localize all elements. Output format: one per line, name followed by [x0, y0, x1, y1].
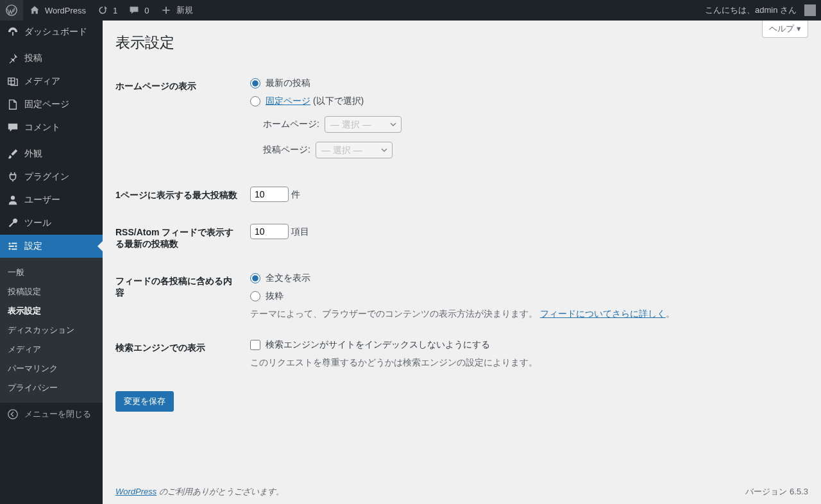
- submenu-privacy[interactable]: プライバシー: [0, 378, 103, 398]
- sidebar-item-plugins[interactable]: プラグイン: [0, 165, 103, 189]
- updates[interactable]: 1: [91, 0, 123, 21]
- radio-static-page-label[interactable]: 固定ページ (以下で選択): [266, 96, 364, 107]
- radio-static-page[interactable]: [250, 96, 260, 106]
- wordpress-icon: [5, 4, 18, 17]
- new-content[interactable]: 新規: [155, 0, 198, 21]
- radio-latest-posts[interactable]: [250, 78, 260, 88]
- svg-rect-5: [12, 249, 17, 250]
- rss-items-label: RSS/Atom フィードで表示する最新の投稿数: [115, 214, 244, 263]
- submenu-permalink[interactable]: パーマリンク: [0, 359, 103, 378]
- site-name[interactable]: WordPress: [23, 0, 91, 21]
- media-icon: [6, 75, 19, 88]
- plugin-icon: [6, 171, 19, 183]
- submenu-general[interactable]: 一般: [0, 263, 103, 282]
- home-icon: [28, 4, 41, 17]
- help-button[interactable]: ヘルプ ▾: [762, 21, 808, 38]
- sidebar-item-label: 固定ページ: [24, 99, 69, 110]
- homepage-select[interactable]: — 選択 —: [325, 116, 402, 133]
- svg-point-1: [11, 196, 15, 199]
- page-icon: [6, 98, 19, 111]
- collapse-menu[interactable]: メニューを閉じる: [0, 403, 103, 426]
- sidebar-item-appearance[interactable]: 外観: [0, 142, 103, 165]
- posts-per-page-unit: 件: [291, 189, 300, 199]
- radio-latest-posts-label[interactable]: 最新の投稿: [266, 78, 310, 89]
- comment-icon: [6, 121, 19, 134]
- rss-items-unit: 項目: [291, 226, 309, 237]
- dashboard-icon: [6, 26, 19, 38]
- rss-items-input[interactable]: [250, 224, 289, 239]
- radio-excerpt-label[interactable]: 抜粋: [266, 290, 284, 302]
- sidebar-item-comments[interactable]: コメント: [0, 116, 103, 139]
- homepage-select-label: ホームページ:: [263, 119, 319, 130]
- sidebar-item-tools[interactable]: ツール: [0, 212, 103, 235]
- brush-icon: [6, 147, 19, 160]
- sidebar-item-dashboard[interactable]: ダッシュボード: [0, 21, 103, 44]
- refresh-icon: [96, 4, 109, 17]
- svg-point-8: [8, 410, 17, 419]
- svg-rect-3: [12, 243, 17, 244]
- feed-description: テーマによって、ブラウザーでのコンテンツの表示方法が決まります。 フィードについ…: [250, 308, 802, 320]
- footer-thanks: WordPress のご利用ありがとうございます。: [115, 486, 284, 498]
- sidebar-item-pages[interactable]: 固定ページ: [0, 93, 103, 116]
- radio-full-text[interactable]: [250, 273, 260, 283]
- settings-icon: [6, 240, 19, 253]
- sidebar-item-label: プラグイン: [24, 171, 69, 183]
- radio-excerpt[interactable]: [250, 291, 260, 301]
- sidebar-item-label: メディア: [24, 76, 60, 87]
- svg-rect-6: [15, 246, 17, 248]
- sidebar-item-label: ダッシュボード: [24, 26, 87, 38]
- user-icon: [6, 194, 19, 206]
- search-visibility-desc: このリクエストを尊重するかどうかは検索エンジンの設定によります。: [250, 357, 802, 369]
- search-visibility-label: 検索エンジンでの表示: [115, 330, 244, 378]
- search-visibility-checkbox-label[interactable]: 検索エンジンがサイトをインデックスしないようにする: [266, 339, 490, 351]
- svg-rect-2: [9, 243, 11, 245]
- sidebar-item-label: ユーザー: [24, 194, 60, 206]
- updates-count: 1: [113, 6, 117, 15]
- posts-page-select-label: 投稿ページ:: [263, 144, 310, 156]
- sidebar-item-label: 設定: [24, 240, 42, 252]
- posts-per-page-label: 1ページに表示する最大投稿数: [115, 177, 244, 214]
- sidebar-item-posts[interactable]: 投稿: [0, 47, 103, 70]
- sidebar-item-settings[interactable]: 設定: [0, 235, 103, 258]
- homepage-display-label: ホームページの表示: [115, 68, 244, 177]
- greeting: こんにちは、admin さん: [705, 4, 797, 16]
- pin-icon: [6, 52, 19, 65]
- site-name-label: WordPress: [45, 6, 86, 15]
- new-label: 新規: [176, 4, 193, 16]
- sidebar-item-users[interactable]: ユーザー: [0, 189, 103, 212]
- comment-icon: [128, 4, 140, 17]
- footer-version: バージョン 6.5.3: [745, 486, 808, 498]
- footer-wordpress-link[interactable]: WordPress: [115, 487, 157, 496]
- sidebar-item-label: コメント: [24, 122, 60, 133]
- svg-rect-7: [9, 246, 14, 247]
- sidebar-item-label: ツール: [24, 217, 51, 229]
- avatar: [804, 4, 816, 16]
- page-title: 表示設定: [115, 27, 808, 55]
- submenu-writing[interactable]: 投稿設定: [0, 282, 103, 301]
- collapse-label: メニューを閉じる: [24, 408, 91, 420]
- feed-learn-more-link[interactable]: フィードについてさらに詳しく: [540, 308, 666, 319]
- save-button[interactable]: 変更を保存: [115, 391, 174, 412]
- wrench-icon: [6, 217, 19, 230]
- static-page-link[interactable]: 固定ページ: [266, 96, 310, 106]
- my-account[interactable]: こんにちは、admin さん: [700, 0, 821, 21]
- comments-count: 0: [144, 6, 149, 15]
- radio-full-text-label[interactable]: 全文を表示: [266, 273, 310, 284]
- collapse-icon: [6, 408, 19, 421]
- posts-per-page-input[interactable]: [250, 187, 289, 202]
- submenu-reading[interactable]: 表示設定: [0, 301, 103, 321]
- wp-logo[interactable]: [0, 0, 23, 21]
- search-visibility-checkbox[interactable]: [250, 340, 260, 350]
- plus-icon: [160, 4, 173, 17]
- posts-page-select[interactable]: — 選択 —: [316, 142, 393, 158]
- svg-rect-4: [9, 248, 11, 250]
- settings-submenu: 一般 投稿設定 表示設定 ディスカッション メディア パーマリンク プライバシー: [0, 258, 103, 403]
- submenu-media[interactable]: メディア: [0, 340, 103, 359]
- sidebar-item-label: 外観: [24, 148, 42, 160]
- sidebar-item-media[interactable]: メディア: [0, 70, 103, 93]
- submenu-discussion[interactable]: ディスカッション: [0, 321, 103, 340]
- comments[interactable]: 0: [123, 0, 154, 21]
- sidebar-item-label: 投稿: [24, 53, 42, 64]
- feed-content-label: フィードの各投稿に含める内容: [115, 263, 244, 330]
